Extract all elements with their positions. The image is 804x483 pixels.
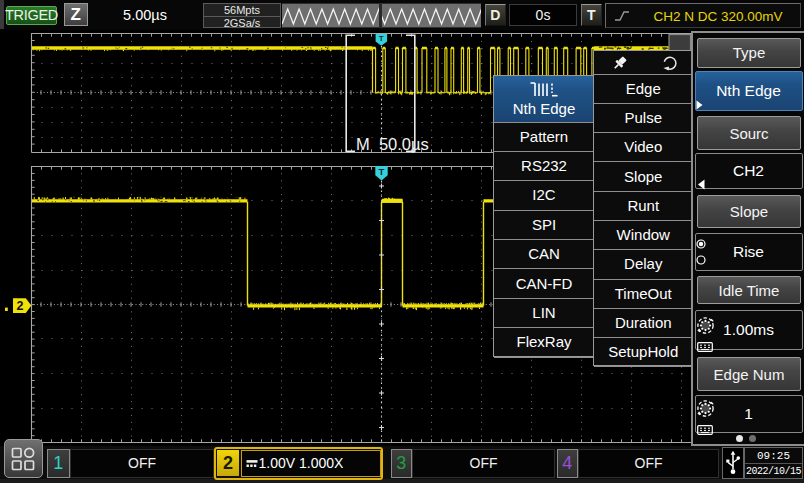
svg-text:M 50.0µs: M 50.0µs xyxy=(356,135,429,153)
svg-text:T: T xyxy=(379,34,384,43)
svg-text:T: T xyxy=(379,166,385,177)
svg-text:2: 2 xyxy=(17,299,24,313)
